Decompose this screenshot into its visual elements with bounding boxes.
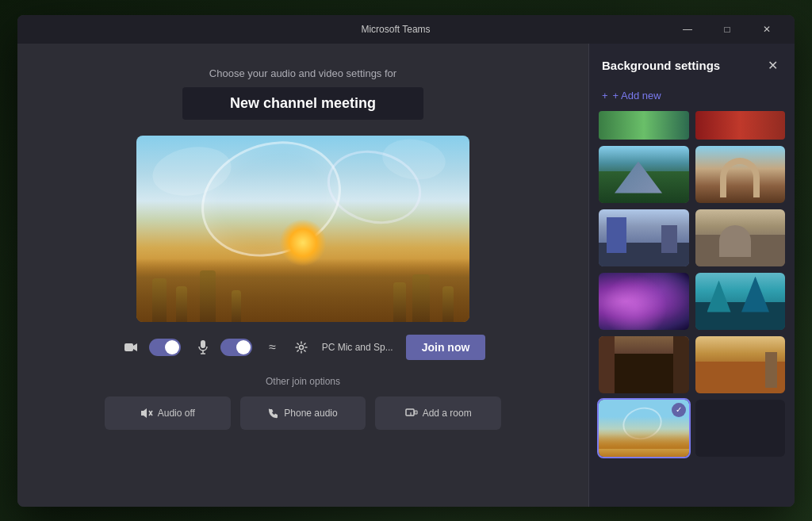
nebula-glow bbox=[599, 273, 689, 330]
alley-ground bbox=[615, 354, 673, 393]
rock-2 bbox=[176, 286, 187, 322]
svg-point-4 bbox=[299, 345, 303, 349]
settings-icon[interactable] bbox=[290, 336, 312, 358]
audio-off-button[interactable]: Audio off bbox=[105, 396, 231, 430]
green-background-thumb[interactable] bbox=[599, 111, 689, 140]
forest-ground bbox=[695, 302, 786, 330]
arch-background-thumb[interactable] bbox=[695, 146, 786, 203]
street-background-thumb[interactable] bbox=[599, 209, 689, 266]
thumb-row-4 bbox=[599, 336, 785, 393]
mountains-background-thumb[interactable] bbox=[599, 146, 689, 203]
window-controls: — □ ✕ bbox=[669, 18, 785, 40]
minimize-button[interactable]: — bbox=[669, 18, 706, 40]
bg-close-button[interactable]: ✕ bbox=[763, 56, 782, 75]
color-bars-row bbox=[599, 111, 785, 140]
nebula-background-thumb[interactable] bbox=[599, 273, 689, 330]
thumb-row-1 bbox=[599, 146, 785, 203]
selected-check: ✓ bbox=[672, 403, 686, 417]
background-thumbnails-grid: ✓ bbox=[589, 111, 795, 507]
landscape-background-thumb[interactable] bbox=[695, 336, 786, 393]
alley-wall-l bbox=[599, 336, 615, 393]
bg-panel-header: Background settings ✕ bbox=[589, 44, 795, 85]
thumb-row-3 bbox=[599, 273, 785, 330]
video-toggle[interactable] bbox=[149, 339, 181, 356]
rock-formations bbox=[136, 259, 469, 322]
tree-2 bbox=[741, 277, 769, 312]
phone-audio-button[interactable]: Phone audio bbox=[240, 396, 366, 430]
landscape-figure bbox=[765, 352, 777, 388]
empty-thumb[interactable] bbox=[695, 400, 786, 457]
other-options-label: Other join options bbox=[266, 376, 340, 387]
rock-4 bbox=[232, 290, 241, 322]
svg-rect-1 bbox=[201, 340, 205, 348]
video-preview bbox=[136, 136, 469, 322]
industrial-background-thumb[interactable] bbox=[695, 209, 786, 266]
building-1 bbox=[607, 217, 626, 253]
add-new-background-button[interactable]: + + Add new bbox=[589, 85, 795, 111]
content-area: Choose your audio and video settings for… bbox=[17, 44, 795, 507]
arch-shape bbox=[720, 158, 760, 197]
join-now-button[interactable]: Join now bbox=[406, 335, 486, 360]
svg-rect-0 bbox=[124, 343, 133, 351]
alley-background-thumb[interactable] bbox=[599, 336, 689, 393]
red-background-thumb[interactable] bbox=[695, 111, 786, 140]
swirl-ground bbox=[599, 429, 689, 449]
mic-toggle-knob bbox=[236, 340, 251, 354]
mic-toggle[interactable] bbox=[220, 339, 252, 356]
thumb-row-5: ✓ bbox=[599, 400, 785, 457]
rock-6 bbox=[412, 274, 430, 322]
rock-1 bbox=[152, 278, 167, 322]
alley-wall-r bbox=[673, 336, 689, 393]
meeting-title-bar: New channel meeting bbox=[182, 87, 423, 120]
audio-device-label: PC Mic and Sp... bbox=[322, 342, 393, 353]
rock-7 bbox=[442, 286, 454, 322]
maximize-button[interactable]: □ bbox=[709, 18, 745, 40]
main-window: Microsoft Teams — □ ✕ Choose your audio … bbox=[17, 15, 795, 507]
noise-cancel-icon[interactable]: ≈ bbox=[262, 336, 284, 358]
add-new-icon: + bbox=[602, 90, 608, 102]
meeting-subtitle: Choose your audio and video settings for bbox=[209, 67, 396, 79]
svg-rect-7 bbox=[406, 409, 414, 416]
microphone-icon[interactable] bbox=[192, 336, 214, 358]
controls-bar: ≈ PC Mic and Sp... Join now bbox=[121, 335, 486, 360]
video-camera-icon[interactable] bbox=[121, 336, 143, 358]
bg-panel-title: Background settings bbox=[602, 59, 720, 72]
video-toggle-knob bbox=[165, 340, 179, 354]
close-button[interactable]: ✕ bbox=[749, 18, 785, 40]
meeting-title: New channel meeting bbox=[230, 95, 376, 112]
sun bbox=[279, 219, 327, 266]
room-icon bbox=[405, 408, 418, 419]
industrial-dome bbox=[719, 225, 751, 257]
audio-off-label: Audio off bbox=[158, 408, 195, 419]
building-2 bbox=[661, 225, 677, 253]
window-title: Microsoft Teams bbox=[122, 24, 669, 35]
video-canvas bbox=[136, 136, 469, 322]
speaker-off-icon bbox=[140, 408, 153, 419]
phone-audio-label: Phone audio bbox=[284, 408, 337, 419]
swirl-background-thumb[interactable]: ✓ bbox=[599, 400, 689, 457]
phone-icon bbox=[268, 408, 279, 419]
join-options-row: Audio off Phone audio Add a bbox=[105, 396, 501, 430]
rock-3 bbox=[200, 270, 216, 322]
title-bar: Microsoft Teams — □ ✕ bbox=[17, 15, 795, 44]
forest-background-thumb[interactable] bbox=[695, 273, 786, 330]
add-new-label: + Add new bbox=[613, 90, 661, 102]
tree-1 bbox=[707, 281, 731, 312]
thumb-row-2 bbox=[599, 209, 785, 266]
rock-5 bbox=[393, 282, 406, 322]
meeting-panel: Choose your audio and video settings for… bbox=[17, 44, 588, 507]
svg-rect-8 bbox=[415, 411, 417, 414]
background-settings-panel: Background settings ✕ + + Add new bbox=[588, 44, 795, 507]
add-room-button[interactable]: Add a room bbox=[375, 396, 501, 430]
add-room-label: Add a room bbox=[423, 408, 472, 419]
